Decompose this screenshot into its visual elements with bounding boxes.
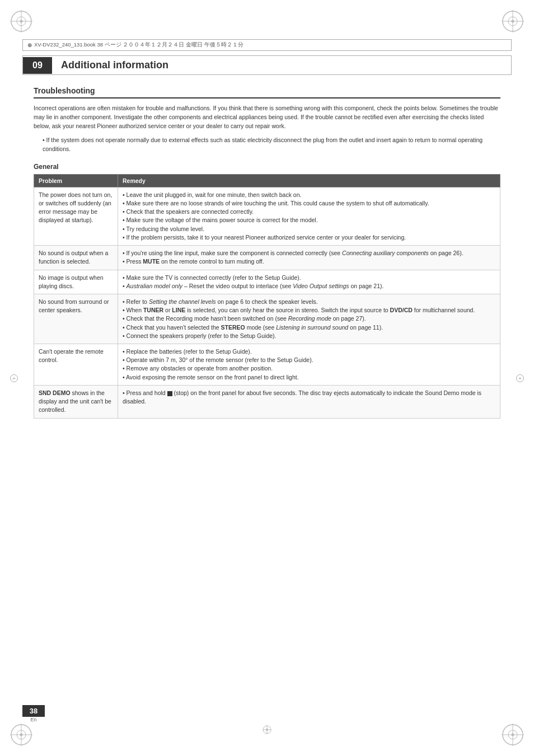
remedy-cell: • Press and hold (stop) on the front pan… bbox=[118, 385, 500, 418]
top-bar-text: XV-DV232_240_131.book 38 ページ ２００４年１２月２４日… bbox=[34, 41, 243, 49]
problem-cell: No image is output when playing discs. bbox=[34, 270, 118, 294]
reg-mark-left bbox=[10, 374, 18, 382]
general-title: General bbox=[34, 163, 500, 171]
table-row: The power does not turn on, or switches … bbox=[34, 187, 500, 245]
svg-point-14 bbox=[20, 734, 23, 736]
corner-decoration-tr bbox=[496, 4, 530, 38]
section-title: Troubleshooting bbox=[34, 86, 500, 98]
problem-cell: The power does not turn on, or switches … bbox=[34, 187, 118, 245]
remedy-cell: • Leave the unit plugged in, wait for on… bbox=[118, 187, 500, 245]
svg-point-4 bbox=[20, 20, 23, 23]
problem-cell: No sound from surround or center speaker… bbox=[34, 294, 118, 344]
table-row: Can't operate the remote control.• Repla… bbox=[34, 344, 500, 386]
page-number: 38 bbox=[22, 705, 45, 717]
table-row: SND DEMO shows in the display and the un… bbox=[34, 385, 500, 418]
remedy-cell: • Refer to Setting the channel levels on… bbox=[118, 294, 500, 344]
remedy-cell: • Replace the batteries (refer to the Se… bbox=[118, 344, 500, 386]
corner-decoration-br bbox=[496, 718, 530, 752]
bullet-static-electricity: If the system does not operate normally … bbox=[43, 136, 500, 154]
svg-point-19 bbox=[512, 734, 514, 736]
chapter-header: 09 Additional information bbox=[22, 55, 512, 75]
corner-decoration-bl bbox=[4, 718, 38, 752]
page-footer: 38 En bbox=[22, 705, 45, 722]
corner-decoration-tl bbox=[4, 4, 38, 38]
reg-mark-right bbox=[516, 374, 524, 382]
svg-point-23 bbox=[266, 729, 268, 731]
page-lang: En bbox=[30, 717, 36, 722]
problem-cell: SND DEMO shows in the display and the un… bbox=[34, 385, 118, 418]
main-content: Troubleshooting Incorrect operations are… bbox=[34, 86, 500, 419]
top-bar: ⊕ XV-DV232_240_131.book 38 ページ ２００４年１２月２… bbox=[22, 39, 512, 51]
table-header-problem: Problem bbox=[34, 174, 118, 187]
problem-cell: Can't operate the remote control. bbox=[34, 344, 118, 386]
chapter-number: 09 bbox=[23, 57, 52, 74]
remedy-cell: • If you're using the line input, make s… bbox=[118, 246, 500, 270]
svg-point-9 bbox=[512, 20, 514, 23]
troubleshooting-table: Problem Remedy The power does not turn o… bbox=[34, 174, 500, 419]
table-header-remedy: Remedy bbox=[118, 174, 500, 187]
intro-text: Incorrect operations are often mistaken … bbox=[34, 104, 500, 130]
table-row: No sound is output when a function is se… bbox=[34, 246, 500, 270]
bottom-center-reg bbox=[261, 724, 273, 736]
chapter-title: Additional information bbox=[52, 56, 511, 74]
arrow-icon: ⊕ bbox=[27, 42, 32, 48]
table-row: No image is output when playing discs.• … bbox=[34, 270, 500, 294]
problem-cell: No sound is output when a function is se… bbox=[34, 246, 118, 270]
table-row: No sound from surround or center speaker… bbox=[34, 294, 500, 344]
remedy-cell: • Make sure the TV is connected correctl… bbox=[118, 270, 500, 294]
